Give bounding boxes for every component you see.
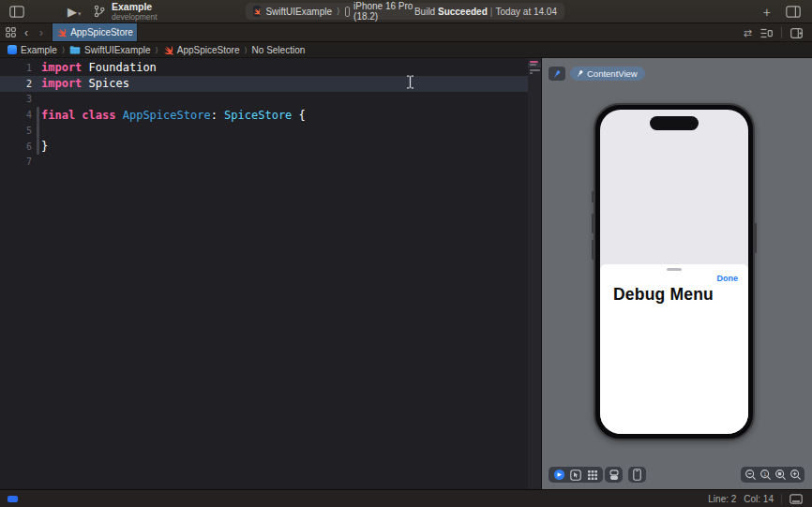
folder-icon — [69, 45, 81, 54]
destination-project[interactable]: SwiftUIExample — [265, 7, 332, 17]
preview-on-device-button[interactable] — [628, 467, 646, 483]
sidebar-left-icon[interactable] — [9, 6, 24, 18]
line-number: 3 — [0, 94, 32, 104]
fold-ribbon[interactable] — [32, 123, 41, 139]
chevron-right-icon: ⟩ — [337, 7, 340, 16]
editor-only-icon[interactable] — [789, 494, 803, 504]
power-button — [755, 223, 758, 253]
iphone-preview-device: Done Debug Menu — [594, 103, 755, 440]
add-editor-icon[interactable] — [790, 28, 803, 38]
code-review-icon[interactable]: ⇄ — [744, 27, 752, 39]
play-icon: ▶ — [68, 6, 77, 18]
device-settings-button[interactable] — [605, 467, 623, 483]
tab-label: AppSpiceStore — [70, 27, 133, 37]
device-icon — [633, 469, 641, 481]
pin-icon — [552, 69, 562, 79]
divider — [781, 494, 782, 504]
code-line[interactable]: 7 — [0, 155, 528, 171]
column-indicator: Col: 14 — [744, 494, 774, 504]
scheme-name: Example — [112, 2, 158, 11]
zoom-fit-icon — [774, 469, 787, 481]
zoom-100-icon: 1 — [759, 469, 772, 481]
sheet-grabber[interactable] — [667, 268, 682, 271]
zoom-in-button[interactable] — [788, 468, 803, 482]
source-editor[interactable]: 1 import Foundation 2 import Spices 3 4 … — [0, 58, 528, 489]
device-icon — [345, 7, 351, 17]
code-line-current[interactable]: 2 import Spices — [0, 76, 528, 92]
device-screen[interactable]: Done Debug Menu — [600, 110, 748, 434]
code-line[interactable]: 3 — [0, 92, 528, 108]
run-button[interactable]: ▶ ▾ — [68, 6, 82, 18]
breadcrumb-group[interactable]: SwiftUIExample — [69, 45, 151, 55]
zoom-100-button[interactable]: 1 — [758, 468, 773, 482]
breadcrumb-selection[interactable]: No Selection — [252, 45, 306, 55]
status-bar: Line: 2 Col: 14 — [0, 489, 812, 507]
destination-status-pill[interactable]: SwiftUIExample ⟩ iPhone 16 Pro (18.2) Bu… — [246, 3, 564, 20]
editor-options-icon[interactable] — [760, 28, 773, 38]
line-number: 7 — [0, 157, 32, 167]
zoom-fit-button[interactable] — [773, 468, 788, 482]
text-cursor-icon — [405, 75, 415, 89]
chevron-right-icon: ⟩ — [155, 46, 159, 54]
fold-ribbon[interactable] — [32, 139, 41, 155]
add-icon[interactable]: + — [763, 6, 771, 19]
destination-device[interactable]: iPhone 16 Pro (18.2) — [353, 1, 414, 22]
selectable-mode-button[interactable] — [568, 468, 583, 482]
branch-icon — [94, 5, 105, 18]
selectable-mode-icon — [570, 470, 581, 481]
live-preview-icon: ▶ — [554, 470, 564, 480]
line-number: 5 — [0, 126, 32, 136]
zoom-in-icon — [789, 469, 802, 481]
back-icon[interactable]: ‹ — [22, 27, 31, 38]
minimap[interactable] — [528, 58, 541, 489]
scheme-target: development — [112, 12, 158, 22]
line-number: 1 — [0, 63, 32, 73]
forward-icon[interactable]: › — [37, 27, 46, 38]
line-number: 2 — [0, 79, 32, 89]
build-status[interactable]: Build Succeeded|Today at 14.04 — [414, 7, 557, 17]
zoom-controls: 1 — [741, 467, 804, 483]
chevron-right-icon: ⟩ — [61, 46, 66, 54]
zoom-out-icon — [744, 469, 757, 481]
svg-text:1: 1 — [763, 471, 766, 477]
xcode-window: ▶ ▾ Example development SwiftUIExample ⟩… — [0, 0, 812, 507]
code-line[interactable]: 1 import Foundation — [0, 60, 528, 76]
pin-preview-button[interactable] — [549, 67, 565, 81]
sheet-title: Debug Menu — [613, 285, 714, 305]
live-preview-button[interactable]: ▶ — [551, 468, 566, 482]
volume-down-button — [592, 240, 594, 260]
preview-canvas: ContentView Done Debug Menu — [542, 58, 812, 489]
preview-mode-group: ▶ — [549, 467, 603, 483]
editor-area: 1 import Foundation 2 import Spices 3 4 … — [0, 58, 812, 489]
code-line[interactable]: 5 — [0, 123, 528, 139]
breadcrumb-project[interactable]: Example — [8, 45, 57, 55]
main-toolbar: ▶ ▾ Example development SwiftUIExample ⟩… — [0, 0, 812, 23]
grid-icon[interactable] — [6, 27, 16, 37]
code-line[interactable]: 4 final class AppSpiceStore: SpiceStore … — [0, 107, 528, 123]
swift-app-icon — [253, 6, 261, 17]
scheme-selector[interactable]: Example development — [112, 2, 158, 22]
done-button[interactable]: Done — [717, 274, 739, 283]
tab-appspicestore[interactable]: AppSpiceStore — [52, 23, 138, 41]
swift-icon — [163, 45, 173, 55]
action-button — [592, 191, 594, 202]
code-line[interactable]: 6 } — [0, 139, 528, 155]
zoom-out-button[interactable] — [743, 468, 758, 482]
line-indicator: Line: 2 — [708, 494, 736, 504]
sidebar-right-icon[interactable] — [786, 6, 801, 18]
variants-mode-button[interactable] — [585, 468, 600, 482]
dynamic-island — [650, 116, 699, 130]
pinned-view-label: ContentView — [587, 68, 638, 79]
activity-indicator — [8, 496, 18, 502]
pin-icon — [576, 69, 584, 78]
app-icon — [8, 45, 17, 54]
swift-icon — [56, 27, 67, 37]
fold-ribbon[interactable] — [32, 107, 41, 123]
breadcrumb-file[interactable]: AppSpiceStore — [163, 45, 240, 55]
chevron-down-icon: ▾ — [78, 10, 82, 18]
pinned-view-button[interactable]: ContentView — [570, 67, 645, 81]
device-settings-icon — [609, 470, 620, 481]
line-number: 6 — [0, 142, 32, 152]
tab-bar: ‹ › AppSpiceStore ⇄ — [0, 23, 812, 42]
debug-menu-sheet: Done Debug Menu — [600, 264, 748, 434]
